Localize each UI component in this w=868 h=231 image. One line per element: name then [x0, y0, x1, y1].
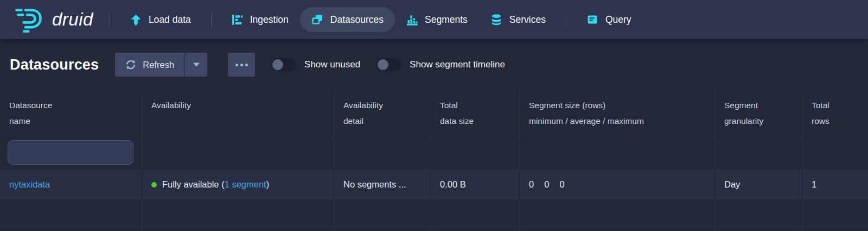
upload-icon: [130, 14, 142, 26]
nav-item-datasources[interactable]: Datasources: [300, 7, 395, 32]
empty-row: [0, 199, 868, 228]
datasources-table: Datasource name Availability Availabilit…: [0, 91, 868, 231]
table-filter-row: [0, 136, 868, 170]
availability-cell: Fully available ( 1 segment ): [142, 170, 334, 199]
brand-wordmark: druid: [52, 9, 93, 30]
ellipsis-icon: [235, 64, 248, 66]
druid-logo-icon: [11, 6, 46, 33]
table-row: nytaxidata Fully available ( 1 segment )…: [0, 170, 868, 199]
show-segment-timeline-switch-group: Show segment timeline: [376, 58, 505, 71]
nav-item-ingestion[interactable]: Ingestion: [220, 7, 300, 32]
column-header-total-data-size[interactable]: Total data size: [430, 91, 519, 135]
segment-granularity-cell: Day: [714, 170, 802, 199]
availability-text: Fully available (: [162, 179, 225, 190]
database-icon: [490, 14, 502, 26]
page-title: Datasources: [10, 57, 99, 73]
top-nav-bar: druid Load data Ingestion: [0, 0, 868, 39]
segment-size-max: 0: [559, 179, 564, 190]
filter-cell: [430, 136, 519, 170]
column-header-datasource-name[interactable]: Datasource name: [0, 91, 142, 135]
segment-size-min: 0: [529, 179, 534, 190]
filter-cell: [802, 136, 868, 170]
total-rows-cell: 1: [802, 170, 868, 199]
column-header-segment-granularity[interactable]: Segment granularity: [714, 91, 802, 135]
more-actions-button[interactable]: [228, 53, 255, 77]
refresh-icon: [125, 59, 136, 70]
page-header: Datasources Refresh Show unused: [10, 51, 868, 79]
nav-item-label: Datasources: [330, 14, 384, 26]
nav-item-label: Services: [509, 14, 546, 26]
segment-size-avg: 0: [544, 179, 549, 190]
show-unused-switch-group: Show unused: [271, 58, 360, 71]
datasource-name-filter-input[interactable]: [8, 140, 133, 165]
filter-cell: [0, 136, 142, 170]
nav-item-services[interactable]: Services: [479, 7, 557, 32]
total-data-size-cell: 0.00 B: [430, 170, 519, 199]
filter-cell: [334, 136, 430, 170]
nav-item-label: Load data: [149, 14, 191, 26]
nav-item-label: Ingestion: [250, 14, 289, 26]
refresh-button-label: Refresh: [143, 60, 174, 70]
segment-count-link[interactable]: 1 segment: [225, 179, 266, 190]
empty-row: [0, 228, 868, 231]
show-unused-toggle[interactable]: [271, 58, 296, 71]
datasource-name-link[interactable]: nytaxidata: [9, 179, 50, 190]
nav-divider: [211, 13, 212, 27]
filter-cell: [142, 136, 334, 170]
show-segment-timeline-toggle[interactable]: [376, 58, 401, 71]
column-header-total-rows[interactable]: Total rows: [802, 91, 868, 135]
filter-cell: [714, 136, 802, 170]
druid-brand[interactable]: druid: [11, 6, 93, 33]
refresh-dropdown-button[interactable]: [184, 53, 207, 77]
table-header-row: Datasource name Availability Availabilit…: [0, 91, 868, 136]
nav-item-query[interactable]: Query: [575, 7, 643, 32]
segment-size-cell: 0 0 0: [519, 170, 714, 199]
column-header-segment-size[interactable]: Segment size (rows) minimum / average / …: [519, 91, 714, 135]
toggle-knob: [378, 59, 388, 70]
refresh-button[interactable]: Refresh: [115, 53, 184, 77]
show-segment-timeline-label[interactable]: Show segment timeline: [410, 59, 505, 70]
toggle-knob: [272, 59, 283, 70]
availability-detail-cell: No segments ...: [334, 170, 430, 199]
availability-text-close: ): [266, 179, 270, 190]
nav-divider: [110, 13, 110, 27]
column-header-availability[interactable]: Availability: [142, 91, 334, 135]
nav-item-label: Query: [605, 14, 631, 26]
column-header-availability-detail[interactable]: Availability detail: [334, 91, 430, 135]
caret-down-icon: [193, 63, 200, 67]
datasource-name-cell: nytaxidata: [0, 170, 142, 199]
show-unused-label[interactable]: Show unused: [304, 59, 360, 70]
filter-cell: [519, 136, 714, 170]
nav-item-label: Segments: [425, 14, 468, 26]
nav-item-load-data[interactable]: Load data: [119, 7, 202, 32]
datasources-icon: [311, 14, 323, 26]
application-icon: [586, 14, 598, 26]
nav-divider: [566, 13, 566, 27]
stacked-chart-icon: [406, 14, 418, 26]
gantt-chart-icon: [232, 14, 243, 26]
availability-status-dot: [151, 182, 157, 188]
nav-item-segments[interactable]: Segments: [395, 7, 479, 32]
